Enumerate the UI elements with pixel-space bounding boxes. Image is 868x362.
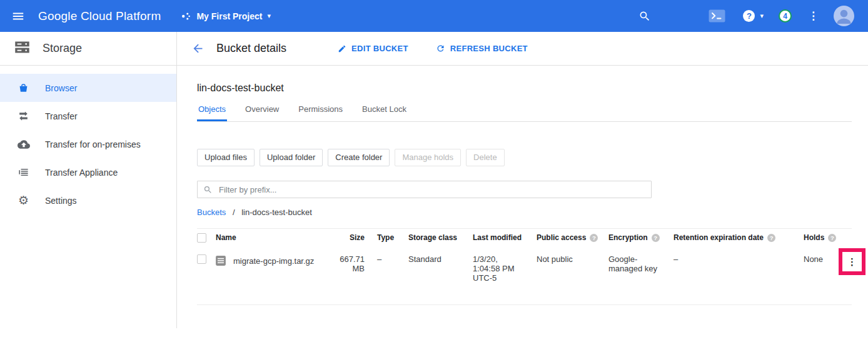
appliance-list-icon <box>17 166 30 178</box>
edit-bucket-button[interactable]: EDIT BUCKET <box>338 44 408 53</box>
tab-overview[interactable]: Overview <box>244 104 280 121</box>
select-all-checkbox[interactable] <box>197 233 206 243</box>
object-storage-class: Standard <box>408 254 473 264</box>
column-header-type[interactable]: Type <box>377 233 408 242</box>
bucket-icon <box>17 82 30 94</box>
tab-bucket-lock[interactable]: Bucket Lock <box>361 104 408 121</box>
storage-logo-icon <box>14 39 31 58</box>
help-icon[interactable]: ? <box>767 234 775 242</box>
service-title: Storage <box>43 42 82 55</box>
upload-files-button[interactable]: Upload files <box>197 149 255 166</box>
service-header: Storage <box>0 32 177 66</box>
sidebar-item-settings[interactable]: ⚙ Settings <box>0 186 176 214</box>
object-type: – <box>377 254 408 264</box>
table-row: migrate-gcp-img.tar.gz 667.71 MB – Stand… <box>197 246 852 305</box>
pencil-icon <box>338 44 346 53</box>
search-icon <box>203 185 213 194</box>
topbar: Google Cloud Platform My First Project ▾… <box>0 0 868 32</box>
delete-button: Delete <box>466 149 505 166</box>
transfer-arrows-icon <box>17 110 30 122</box>
upload-folder-button[interactable]: Upload folder <box>260 149 323 166</box>
column-header-last-modified[interactable]: Last modified <box>473 233 537 242</box>
sidebar-item-label: Settings <box>45 196 77 206</box>
filter-by-prefix-input[interactable] <box>218 184 645 195</box>
help-menu[interactable]: ? ▾ <box>743 10 764 22</box>
gear-icon: ⚙ <box>17 194 30 206</box>
sidebar-item-label: Browser <box>45 83 77 93</box>
search-icon[interactable] <box>638 10 651 23</box>
create-folder-button[interactable]: Create folder <box>328 149 390 166</box>
action-button-row: Upload files Upload folder Create folder… <box>197 149 852 166</box>
chevron-down-icon: ▾ <box>760 12 764 20</box>
column-header-size[interactable]: Size <box>333 233 365 242</box>
file-icon <box>214 254 227 267</box>
gcp-logo[interactable]: Google Cloud Platform <box>38 9 161 23</box>
table-header-row: Name Size Type Storage class Last modifi… <box>197 229 852 246</box>
breadcrumb: Buckets / lin-docs-test-bucket <box>197 208 852 217</box>
project-icon <box>181 11 191 21</box>
tab-permissions[interactable]: Permissions <box>297 104 344 121</box>
object-encryption: Google-managed key <box>608 254 661 273</box>
annotation-highlight: ⋮ <box>839 248 865 275</box>
help-icon: ? <box>743 10 755 22</box>
project-name: My First Project <box>196 11 262 21</box>
more-options-icon[interactable]: ⋮ <box>808 9 819 23</box>
back-arrow-icon[interactable] <box>191 42 204 55</box>
sidebar-item-transfer-appliance[interactable]: Transfer Appliance <box>0 158 176 186</box>
breadcrumb-separator: / <box>233 208 235 217</box>
row-actions-menu-button[interactable]: ⋮ <box>847 257 857 266</box>
sidebar-item-label: Transfer Appliance <box>45 168 118 178</box>
refresh-bucket-button[interactable]: REFRESH BUCKET <box>436 44 528 53</box>
row-checkbox[interactable] <box>197 254 206 264</box>
hamburger-menu-icon[interactable] <box>11 9 25 23</box>
column-header-retention-expiration-date[interactable]: Retention expiration date ? <box>674 233 804 242</box>
column-header-public-access[interactable]: Public access ? <box>537 233 608 242</box>
sidebar-item-browser[interactable]: Browser <box>0 74 176 102</box>
filter-box <box>197 181 652 198</box>
tab-bar: Objects Overview Permissions Bucket Lock <box>197 104 852 122</box>
object-last-modified: 1/3/20, 1:04:58 PM UTC-5 <box>473 254 519 283</box>
tab-objects[interactable]: Objects <box>197 104 227 121</box>
breadcrumb-current: lin-docs-test-bucket <box>241 208 312 217</box>
help-icon[interactable]: ? <box>828 234 836 242</box>
column-header-encryption[interactable]: Encryption ? <box>608 233 674 242</box>
page-title: Bucket details <box>216 42 286 55</box>
page-header: Storage Bucket details EDIT BUCKET REFRE… <box>0 32 868 66</box>
bucket-name-heading: lin-docs-test-bucket <box>197 83 852 94</box>
sidebar-item-label: Transfer <box>45 111 78 121</box>
objects-table: Name Size Type Storage class Last modifi… <box>197 228 852 305</box>
help-icon[interactable]: ? <box>590 234 598 242</box>
project-selector[interactable]: My First Project ▾ <box>181 11 271 21</box>
cloud-shell-icon[interactable] <box>709 9 725 23</box>
notifications-badge[interactable]: 4 <box>779 9 792 23</box>
breadcrumb-buckets-link[interactable]: Buckets <box>197 208 226 217</box>
object-retention-expiration-date: – <box>674 254 804 264</box>
sidebar-item-transfer-on-premises[interactable]: Transfer for on-premises <box>0 130 176 158</box>
manage-holds-button: Manage holds <box>395 149 461 166</box>
cloud-upload-icon <box>17 138 30 151</box>
object-size: 667.71 MB <box>333 254 365 273</box>
object-public-access: Not public <box>537 254 608 264</box>
chevron-down-icon: ▾ <box>267 12 271 20</box>
column-header-name[interactable]: Name <box>214 233 333 242</box>
object-name-link[interactable]: migrate-gcp-img.tar.gz <box>233 256 314 266</box>
column-header-storage-class[interactable]: Storage class <box>408 233 473 242</box>
sidebar-item-transfer[interactable]: Transfer <box>0 102 176 130</box>
column-header-holds[interactable]: Holds ? <box>804 233 841 242</box>
object-holds: None <box>804 254 841 264</box>
main-content: lin-docs-test-bucket Objects Overview Pe… <box>177 66 868 328</box>
avatar[interactable] <box>834 6 854 26</box>
sidebar-item-label: Transfer for on-premises <box>45 139 141 149</box>
sidebar: Browser Transfer Transfer for on-premise… <box>0 66 177 328</box>
refresh-icon <box>436 44 445 53</box>
help-icon[interactable]: ? <box>652 234 660 242</box>
